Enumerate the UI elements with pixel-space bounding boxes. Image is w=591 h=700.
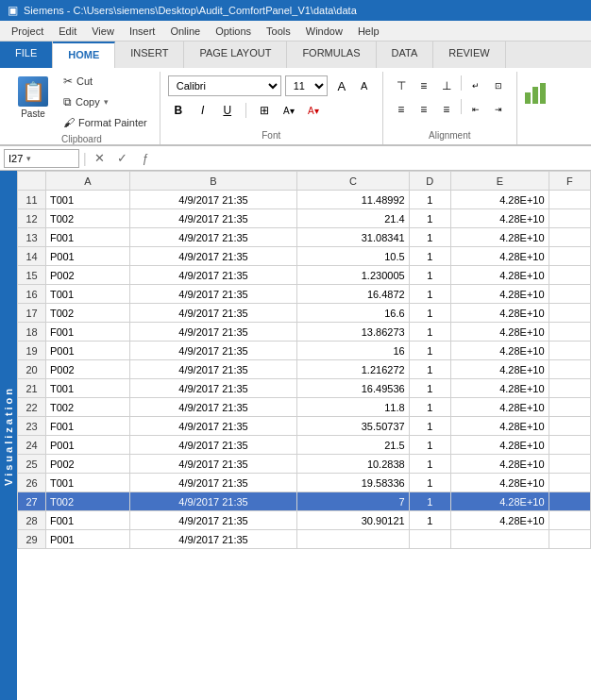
cell-d[interactable] — [409, 530, 450, 549]
cell-b[interactable]: 4/9/2017 21:35 — [129, 530, 297, 549]
row-number[interactable]: 23 — [18, 417, 46, 436]
menu-tools[interactable]: Tools — [259, 24, 298, 39]
cell-c[interactable]: 16.6 — [297, 304, 409, 323]
cell-b[interactable]: 4/9/2017 21:35 — [129, 455, 297, 474]
cell-e[interactable]: 4.28E+10 — [451, 247, 549, 266]
cell-a[interactable]: T001 — [46, 285, 130, 304]
col-header-e[interactable]: E — [451, 172, 549, 191]
tab-data[interactable]: DATA — [377, 42, 434, 68]
cell-a[interactable]: T002 — [46, 304, 130, 323]
cell-reference-box[interactable]: I27 ▾ — [4, 149, 79, 168]
cell-e[interactable]: 4.28E+10 — [451, 191, 549, 209]
cell-b[interactable]: 4/9/2017 21:35 — [129, 436, 297, 455]
cell-e[interactable]: 4.28E+10 — [451, 511, 549, 530]
menu-view[interactable]: View — [84, 24, 122, 39]
cell-a[interactable]: P001 — [46, 436, 130, 455]
cell-e[interactable]: 4.28E+10 — [451, 228, 549, 247]
table-row[interactable]: 28F0014/9/2017 21:3530.9012114.28E+10 — [18, 511, 591, 530]
cell-d[interactable]: 1 — [409, 323, 450, 342]
cell-e[interactable]: 4.28E+10 — [451, 342, 549, 360]
cell-b[interactable]: 4/9/2017 21:35 — [129, 360, 297, 379]
cell-a[interactable]: P001 — [46, 342, 130, 360]
cell-e[interactable]: 4.28E+10 — [451, 379, 549, 398]
align-middle-button[interactable]: ≡ — [414, 75, 434, 96]
insert-function-button[interactable]: ƒ — [136, 149, 155, 168]
cell-e[interactable]: 4.28E+10 — [451, 436, 549, 455]
cell-a[interactable]: F001 — [46, 511, 130, 530]
tab-file[interactable]: FILE — [0, 42, 53, 68]
row-number[interactable]: 27 — [18, 492, 46, 511]
font-grow-button[interactable]: A — [331, 75, 352, 96]
cell-e[interactable]: 4.28E+10 — [451, 285, 549, 304]
align-top-button[interactable]: ⊤ — [391, 75, 412, 96]
cell-c[interactable]: 16.4872 — [297, 285, 409, 304]
cell-c[interactable] — [297, 530, 409, 549]
cell-b[interactable]: 4/9/2017 21:35 — [129, 379, 297, 398]
cell-e[interactable]: 4.28E+10 — [451, 209, 549, 228]
border-button[interactable]: ⊞ — [254, 100, 275, 121]
cell-b[interactable]: 4/9/2017 21:35 — [129, 342, 297, 360]
table-row[interactable]: 12T0024/9/2017 21:3521.414.28E+10 — [18, 209, 591, 228]
cell-a[interactable]: T002 — [46, 209, 130, 228]
cell-d[interactable]: 1 — [409, 436, 450, 455]
cell-a[interactable]: F001 — [46, 228, 130, 247]
cell-b[interactable]: 4/9/2017 21:35 — [129, 228, 297, 247]
cell-f[interactable] — [549, 247, 590, 266]
cell-d[interactable]: 1 — [409, 360, 450, 379]
table-row[interactable]: 20P0024/9/2017 21:351.21627214.28E+10 — [18, 360, 591, 379]
cell-a[interactable]: F001 — [46, 323, 130, 342]
cell-d[interactable]: 1 — [409, 398, 450, 417]
font-size-select[interactable]: 11 — [285, 75, 328, 96]
font-color-button[interactable]: A▾ — [303, 100, 324, 121]
menu-window[interactable]: Window — [298, 24, 350, 39]
row-number[interactable]: 24 — [18, 436, 46, 455]
cell-f[interactable] — [549, 474, 590, 492]
col-header-d[interactable]: D — [409, 172, 450, 191]
row-number[interactable]: 20 — [18, 360, 46, 379]
cell-c[interactable]: 16.49536 — [297, 379, 409, 398]
cell-c[interactable]: 21.4 — [297, 209, 409, 228]
align-right-button[interactable]: ≡ — [436, 99, 457, 120]
cell-a[interactable]: P002 — [46, 266, 130, 285]
increase-indent-button[interactable]: ⇥ — [488, 99, 509, 120]
table-row[interactable]: 24P0014/9/2017 21:3521.514.28E+10 — [18, 436, 591, 455]
cell-d[interactable]: 1 — [409, 304, 450, 323]
wrap-text-button[interactable]: ↵ — [465, 75, 486, 96]
cut-button[interactable]: ✂ Cut — [59, 72, 152, 91]
cell-f[interactable] — [549, 417, 590, 436]
cell-d[interactable]: 1 — [409, 285, 450, 304]
table-row[interactable]: 11T0014/9/2017 21:3511.4899214.28E+10 — [18, 191, 591, 209]
row-number[interactable]: 15 — [18, 266, 46, 285]
cell-c[interactable]: 1.230005 — [297, 266, 409, 285]
cell-d[interactable]: 1 — [409, 228, 450, 247]
table-row[interactable]: 19P0014/9/2017 21:351614.28E+10 — [18, 342, 591, 360]
row-number[interactable]: 17 — [18, 304, 46, 323]
cell-a[interactable]: T001 — [46, 191, 130, 209]
table-row[interactable]: 17T0024/9/2017 21:3516.614.28E+10 — [18, 304, 591, 323]
cell-c[interactable]: 31.08341 — [297, 228, 409, 247]
tab-review[interactable]: REVIEW — [433, 42, 505, 68]
tab-insert[interactable]: INSERT — [115, 42, 184, 68]
bold-button[interactable]: B — [168, 100, 189, 121]
row-number[interactable]: 13 — [18, 228, 46, 247]
row-number[interactable]: 12 — [18, 209, 46, 228]
tab-home[interactable]: HOME — [53, 42, 115, 68]
cell-d[interactable]: 1 — [409, 511, 450, 530]
copy-button[interactable]: ⧉ Copy ▾ — [59, 92, 152, 111]
menu-edit[interactable]: Edit — [51, 24, 84, 39]
table-row[interactable]: 23F0014/9/2017 21:3535.5073714.28E+10 — [18, 417, 591, 436]
cell-e[interactable]: 4.28E+10 — [451, 455, 549, 474]
cell-d[interactable]: 1 — [409, 379, 450, 398]
cell-a[interactable]: P001 — [46, 247, 130, 266]
cell-b[interactable]: 4/9/2017 21:35 — [129, 492, 297, 511]
cell-c[interactable]: 10.2838 — [297, 455, 409, 474]
cell-c[interactable]: 16 — [297, 342, 409, 360]
cell-f[interactable] — [549, 266, 590, 285]
cell-e[interactable]: 4.28E+10 — [451, 474, 549, 492]
cell-d[interactable]: 1 — [409, 417, 450, 436]
col-header-b[interactable]: B — [129, 172, 297, 191]
table-row[interactable]: 25P0024/9/2017 21:3510.283814.28E+10 — [18, 455, 591, 474]
row-number[interactable]: 25 — [18, 455, 46, 474]
paste-button[interactable]: 📋 Paste — [11, 72, 55, 124]
col-header-c[interactable]: C — [297, 172, 409, 191]
